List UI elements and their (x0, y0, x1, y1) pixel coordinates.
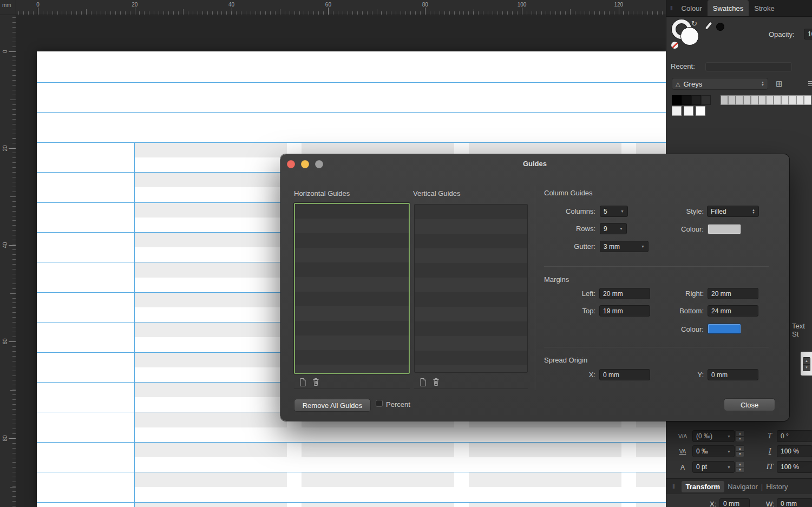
margin-top-field[interactable]: 19 mm (599, 305, 650, 317)
swatch[interactable] (796, 95, 804, 105)
columns-select[interactable]: 5 ▼ (600, 206, 628, 217)
vertical-guides-label: Vertical Guides (413, 189, 460, 197)
kerning-stepper[interactable]: ▲▼ (736, 430, 744, 442)
margin-right-field[interactable]: 20 mm (708, 288, 758, 299)
swatch[interactable] (696, 106, 705, 116)
tracking-stepper[interactable]: ▲▼ (736, 445, 744, 457)
shear-field[interactable]: 0 ° (777, 430, 812, 442)
margin-left-field[interactable]: 20 mm (599, 288, 650, 299)
swap-colours-icon[interactable]: ↻ (691, 19, 697, 28)
tab-transform[interactable]: Transform (682, 481, 725, 492)
margin-colour-swatch[interactable] (708, 324, 741, 334)
swatch[interactable] (684, 106, 693, 116)
tracking-select[interactable]: 0 ‰ ▼ (692, 445, 735, 457)
rows-value: 9 (604, 225, 607, 233)
tab-swatches[interactable]: Swatches (708, 0, 749, 16)
margin-colour-label: Colour: (650, 325, 704, 333)
swatch[interactable] (774, 95, 781, 105)
add-vertical-guide-icon[interactable] (417, 377, 428, 387)
swatch[interactable] (781, 95, 789, 105)
spread-y-value: 0 mm (711, 371, 728, 379)
swatch[interactable] (751, 95, 758, 105)
panel-drag-handle[interactable]: ‖ (669, 483, 678, 490)
swatch[interactable] (804, 95, 811, 105)
palette-name: Greys (683, 80, 702, 88)
vertical-scale-icon: I (764, 447, 776, 456)
swatch[interactable] (701, 95, 711, 105)
close-button[interactable]: Close (724, 398, 775, 411)
spread-y-field[interactable]: 0 mm (708, 369, 758, 380)
style-select[interactable]: Filled ▲▼ (707, 206, 759, 217)
hidden-panel-stepper[interactable]: ▲▼ (803, 357, 810, 371)
swatch[interactable] (682, 95, 691, 105)
panel-menu-icon[interactable] (808, 81, 812, 88)
swatch[interactable] (728, 95, 736, 105)
delete-horizontal-guide-icon[interactable] (310, 377, 321, 387)
section-divider (544, 266, 769, 267)
panel-drag-handle[interactable]: ‖ (666, 5, 676, 11)
text-styles-panel-label: Text St (792, 322, 812, 338)
v-ruler-major-tick: 0 (9, 51, 16, 52)
percent-checkbox[interactable] (376, 400, 383, 407)
eyedropper-icon[interactable] (705, 22, 712, 29)
delete-vertical-guide-icon[interactable] (430, 377, 441, 387)
spread-x-value: 0 mm (603, 371, 619, 379)
kerning-value: (0 ‰) (696, 432, 712, 440)
palette-select[interactable]: △ Greys ▲▼ (672, 78, 768, 90)
swatch[interactable] (721, 95, 728, 105)
swatch[interactable] (789, 95, 796, 105)
rows-select[interactable]: 9 ▼ (600, 223, 627, 234)
baseline-shift-stepper[interactable]: ▲▼ (736, 461, 744, 473)
secondary-colour-dot[interactable] (716, 23, 724, 31)
chevron-up-down-icon: ▲▼ (752, 209, 755, 214)
add-horizontal-guide-icon[interactable] (297, 377, 308, 387)
dialog-title: Guides (280, 160, 789, 168)
swatch[interactable] (758, 95, 766, 105)
vertical-guides-list[interactable] (414, 204, 528, 373)
vertical-ruler[interactable]: 0 20 40 60 80 (0, 15, 16, 507)
margin-bottom-label: Bottom: (650, 307, 704, 315)
greyscale-palette-icon: △ (676, 81, 680, 88)
h-ruler-tick-label: 120 (608, 2, 630, 8)
horizontal-scale-field[interactable]: 100 % (777, 461, 812, 473)
swatch[interactable] (743, 95, 751, 105)
columns-value: 5 (604, 208, 607, 215)
recent-colours-strip[interactable] (705, 62, 792, 71)
recent-label: Recent: (671, 62, 695, 70)
opacity-field[interactable]: 10 (804, 29, 812, 39)
tab-navigator[interactable]: Navigator (728, 483, 758, 491)
transform-w-field[interactable]: 0 mm (777, 498, 812, 507)
percent-label: Percent (386, 400, 410, 409)
add-swatch-grid-icon[interactable]: ⊞ (776, 79, 783, 89)
tab-history[interactable]: History (766, 483, 788, 491)
h-ruler-tick-label: 100 (511, 2, 533, 8)
remove-all-guides-button[interactable]: Remove All Guides (294, 399, 371, 412)
horizontal-guides-list[interactable] (294, 203, 410, 374)
baseline-shift-select[interactable]: 0 pt ▼ (692, 461, 735, 473)
swatch[interactable] (766, 95, 774, 105)
swatch[interactable] (672, 106, 682, 116)
baseline-shift-icon: A (675, 464, 690, 471)
list-footer-rule (414, 389, 528, 389)
no-colour-icon[interactable] (671, 41, 679, 49)
column-colour-swatch[interactable] (708, 224, 741, 234)
horizontal-scale-icon: IT (764, 463, 776, 471)
v-ruler-tick-label: 80 (2, 430, 9, 446)
tab-colour[interactable]: Colour (676, 0, 708, 16)
swatch[interactable] (691, 95, 701, 105)
vertical-scale-field[interactable]: 100 % (777, 445, 812, 457)
horizontal-ruler[interactable]: 0 20 40 60 80 100 120 (16, 0, 666, 15)
spread-x-field[interactable]: 0 mm (599, 369, 650, 380)
swatch[interactable] (736, 95, 743, 105)
swatch-row-2 (672, 106, 705, 116)
swatch[interactable] (672, 95, 682, 105)
tab-stroke[interactable]: Stroke (749, 0, 780, 16)
h-ruler-major-tick: 100 (522, 8, 522, 15)
margin-top-label: Top: (541, 307, 595, 315)
transform-x-field[interactable]: 0 mm (719, 498, 750, 507)
kerning-select[interactable]: (0 ‰) ▼ (692, 430, 735, 442)
fill-colour-disc[interactable] (680, 27, 699, 45)
hidden-panel-field[interactable]: ▲▼ (801, 352, 812, 376)
margin-bottom-field[interactable]: 24 mm (708, 305, 758, 317)
gutter-select[interactable]: 3 mm ▼ (600, 241, 649, 252)
